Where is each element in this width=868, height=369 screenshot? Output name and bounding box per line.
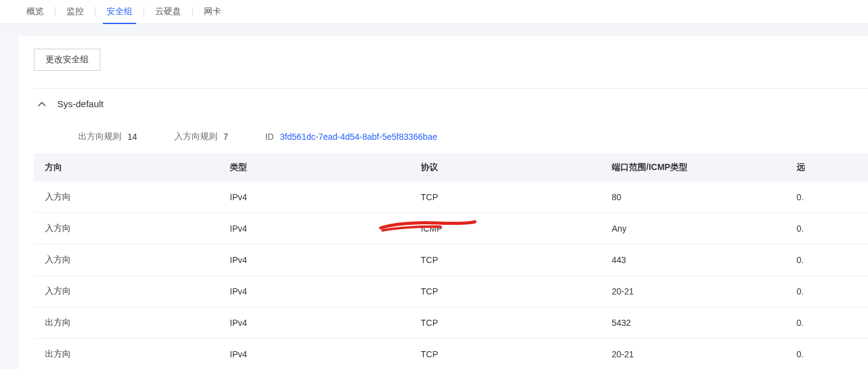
cell-direction: 入方向 <box>34 276 219 307</box>
col-protocol: 协议 <box>410 153 601 182</box>
cell-remote: 0. <box>785 245 868 276</box>
security-group-panel: Sys-default 出方向规则 14 入方向规则 7 ID 3fd561dc… <box>34 88 868 369</box>
col-port: 端口范围/ICMP类型 <box>601 153 785 182</box>
cell-port: 20-21 <box>601 276 785 307</box>
col-direction: 方向 <box>34 153 219 182</box>
cell-direction: 入方向 <box>34 213 219 245</box>
table-row: 入方向 IPv4 TCP 80 0. <box>34 182 868 213</box>
stat-label: 出方向规则 <box>78 131 121 142</box>
col-type: 类型 <box>219 153 410 182</box>
cell-type: IPv4 <box>219 276 410 307</box>
table-row: 入方向 IPv4 ICMP Any 0. <box>34 213 868 245</box>
table-header-row: 方向 类型 协议 端口范围/ICMP类型 远 <box>34 153 868 182</box>
cell-protocol: TCP <box>410 307 601 339</box>
cell-protocol: TCP <box>410 276 601 307</box>
group-header[interactable]: Sys-default <box>34 89 868 119</box>
modify-security-group-button[interactable]: 更改安全组 <box>34 49 100 71</box>
cell-remote: 0. <box>785 182 868 213</box>
tab-disk[interactable]: 云硬盘 <box>144 0 192 23</box>
stat-label: 入方向规则 <box>174 131 217 142</box>
stat-outbound: 出方向规则 14 <box>78 131 137 142</box>
cell-port: 80 <box>601 182 785 213</box>
group-id-link[interactable]: 3fd561dc-7ead-4d54-8abf-5e5f83366bae <box>280 132 437 142</box>
col-remote: 远 <box>785 153 868 182</box>
table-row: 出方向 IPv4 TCP 5432 0. <box>34 307 868 339</box>
cell-direction: 出方向 <box>34 339 219 370</box>
table-row: 入方向 IPv4 TCP 20-21 0. <box>34 276 868 307</box>
cell-port: 443 <box>601 245 785 276</box>
cell-port: 20-21 <box>601 339 785 370</box>
cell-port: Any <box>601 213 785 245</box>
group-name: Sys-default <box>57 99 103 109</box>
cell-protocol: TCP <box>410 339 601 370</box>
table-row: 出方向 IPv4 TCP 20-21 0. <box>34 339 868 370</box>
stat-value: 14 <box>128 132 137 142</box>
content-panel: 更改安全组 Sys-default 出方向规则 14 入方向规则 7 ID <box>18 36 868 369</box>
cell-direction: 入方向 <box>34 245 219 276</box>
cell-protocol: TCP <box>410 182 601 213</box>
cell-port: 5432 <box>601 307 785 339</box>
stat-label: ID <box>265 132 274 142</box>
tab-security-group[interactable]: 安全组 <box>95 0 144 23</box>
tab-overview[interactable]: 概览 <box>15 0 55 23</box>
cell-direction: 出方向 <box>34 307 219 339</box>
cell-remote: 0. <box>785 307 868 339</box>
cell-remote: 0. <box>785 213 868 245</box>
tabs-bar: 概览 监控 安全组 云硬盘 网卡 <box>0 0 868 24</box>
cell-type: IPv4 <box>219 307 410 339</box>
cell-remote: 0. <box>785 339 868 370</box>
tab-nic[interactable]: 网卡 <box>193 0 232 23</box>
cell-remote: 0. <box>785 276 868 307</box>
table-row: 入方向 IPv4 TCP 443 0. <box>34 245 868 276</box>
cell-type: IPv4 <box>219 245 410 276</box>
cell-direction: 入方向 <box>34 182 219 213</box>
chevron-up-icon <box>38 100 46 108</box>
annotation-mark <box>379 218 477 233</box>
rules-table: 方向 类型 协议 端口范围/ICMP类型 远 入方向 IPv4 TCP 80 <box>34 153 868 369</box>
cell-protocol: ICMP <box>410 213 601 245</box>
cell-protocol: TCP <box>410 245 601 276</box>
page-body: 更改安全组 Sys-default 出方向规则 14 入方向规则 7 ID <box>0 24 868 369</box>
rules-table-wrapper: 方向 类型 协议 端口范围/ICMP类型 远 入方向 IPv4 TCP 80 <box>34 153 868 369</box>
stat-id: ID 3fd561dc-7ead-4d54-8abf-5e5f83366bae <box>265 132 437 142</box>
cell-type: IPv4 <box>219 182 410 213</box>
tab-monitor[interactable]: 监控 <box>55 0 95 23</box>
cell-type: IPv4 <box>219 339 410 370</box>
stat-value: 7 <box>224 132 229 142</box>
stat-inbound: 入方向规则 7 <box>174 131 229 142</box>
stats-row: 出方向规则 14 入方向规则 7 ID 3fd561dc-7ead-4d54-8… <box>34 119 868 153</box>
